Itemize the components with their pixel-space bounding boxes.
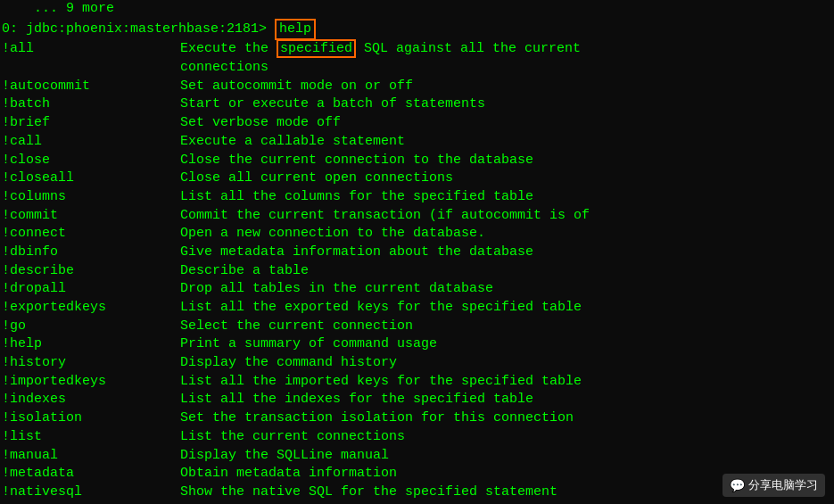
cmd-connect: !connect Open a new connection to the da… <box>0 225 834 244</box>
cmd-isolation: !isolation Set the transaction isolation… <box>0 409 834 428</box>
cmd-name-commit: !commit <box>2 207 180 226</box>
help-command: help <box>275 19 316 41</box>
cmd-name-closeall: !closeall <box>2 169 180 188</box>
cmd-desc-all: Execute the specified SQL against all th… <box>180 40 581 59</box>
cmd-name-exportedkeys: !exportedkeys <box>2 299 180 318</box>
cmd-cont-space <box>2 59 180 78</box>
cmd-name-dbinfo: !dbinfo <box>2 244 180 262</box>
cmd-name-indexes: !indexes <box>2 391 180 409</box>
cmd-name-nativesql: !nativesql <box>2 483 180 502</box>
cmd-name-brief: !brief <box>2 114 180 133</box>
cmd-history: !history Display the command history <box>0 354 834 373</box>
cmd-commit: !commit Commit the current transaction (… <box>0 207 834 226</box>
cmd-manual: !manual Display the SQLLine manual <box>0 447 834 466</box>
cmd-close: !close Close the current connection to t… <box>0 152 834 170</box>
cmd-name-manual: !manual <box>2 447 180 466</box>
cmd-closeall: !closeall Close all current open connect… <box>0 169 834 188</box>
cmd-dbinfo: !dbinfo Give metadata information about … <box>0 244 834 262</box>
cmd-name-help: !help <box>2 335 180 354</box>
cmd-name-describe: !describe <box>2 262 180 281</box>
cmd-columns: !columns List all the columns for the sp… <box>0 188 834 207</box>
cmd-nativesql: !nativesql Show the native SQL for the s… <box>0 483 834 502</box>
cmd-describe: !describe Describe a table <box>0 262 834 281</box>
cmd-importedkeys: !importedkeys List all the imported keys… <box>0 373 834 392</box>
terminal-window: ... 9 more 0: jdbc:phoenix:masterhbase:2… <box>0 0 834 504</box>
cmd-indexes: !indexes List all the indexes for the sp… <box>0 391 834 409</box>
watermark-text: 分享电脑学习 <box>748 477 818 493</box>
cmd-name-call: !call <box>2 133 180 152</box>
cmd-dropall: !dropall Drop all tables in the current … <box>0 280 834 299</box>
cmd-exportedkeys: !exportedkeys List all the exported keys… <box>0 299 834 318</box>
cmd-name-all: !all <box>2 40 180 59</box>
cmd-name-autocommit: !autocommit <box>2 78 180 96</box>
prompt-line: 0: jdbc:phoenix:masterhbase:2181> help <box>0 19 834 41</box>
more-text: ... 9 more <box>2 0 114 19</box>
cmd-name-columns: !columns <box>2 188 180 207</box>
cmd-name-go: !go <box>2 318 180 336</box>
cmd-name-batch: !batch <box>2 95 180 114</box>
cmd-name-isolation: !isolation <box>2 409 180 428</box>
cmd-name-history: !history <box>2 354 180 373</box>
line-more: ... 9 more <box>0 0 834 19</box>
cmd-name-metadata: !metadata <box>2 465 180 483</box>
cmd-batch: !batch Start or execute a batch of state… <box>0 95 834 114</box>
cmd-go: !go Select the current connection <box>0 318 834 336</box>
cmd-name-close: !close <box>2 152 180 170</box>
cmd-autocommit: !autocommit Set autocommit mode on or of… <box>0 78 834 96</box>
specified-highlight: specified <box>277 39 356 58</box>
cmd-name-importedkeys: !importedkeys <box>2 373 180 392</box>
cmd-all-cont: connections <box>0 59 834 78</box>
cmd-call: !call Execute a callable statement <box>0 133 834 152</box>
cmd-name-list: !list <box>2 428 180 447</box>
prompt-text: 0: jdbc:phoenix:masterhbase:2181> <box>2 21 275 39</box>
cmd-list: !list List the current connections <box>0 428 834 447</box>
cmd-brief: !brief Set verbose mode off <box>0 114 834 133</box>
cmd-metadata: !metadata Obtain metadata information <box>0 465 834 483</box>
cmd-name-connect: !connect <box>2 225 180 244</box>
cmd-all: !all Execute the specified SQL against a… <box>0 40 834 59</box>
watermark: 💬 分享电脑学习 <box>723 474 825 497</box>
cmd-name-dropall: !dropall <box>2 280 180 299</box>
wechat-icon: 💬 <box>730 478 745 492</box>
cmd-help: !help Print a summary of command usage <box>0 335 834 354</box>
